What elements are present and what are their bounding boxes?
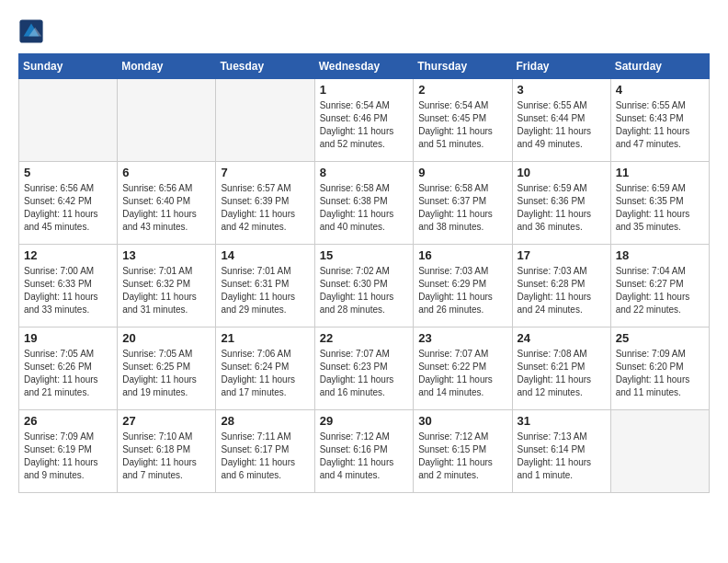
day-cell-23: 23Sunrise: 7:07 AM Sunset: 6:22 PM Dayli… — [414, 327, 512, 410]
day-info: Sunrise: 7:01 AM Sunset: 6:31 PM Dayligh… — [221, 265, 309, 316]
day-info: Sunrise: 7:13 AM Sunset: 6:14 PM Dayligh… — [518, 431, 606, 482]
day-cell-5: 5Sunrise: 6:56 AM Sunset: 6:42 PM Daylig… — [19, 162, 118, 245]
page-header — [18, 18, 710, 44]
day-info: Sunrise: 7:07 AM Sunset: 6:23 PM Dayligh… — [320, 348, 409, 399]
day-info: Sunrise: 7:09 AM Sunset: 6:20 PM Dayligh… — [616, 348, 704, 399]
day-number: 27 — [122, 414, 210, 428]
day-info: Sunrise: 7:05 AM Sunset: 6:26 PM Dayligh… — [24, 348, 112, 399]
day-info: Sunrise: 7:08 AM Sunset: 6:21 PM Dayligh… — [518, 348, 606, 399]
day-cell-13: 13Sunrise: 7:01 AM Sunset: 6:32 PM Dayli… — [118, 245, 216, 327]
day-info: Sunrise: 7:03 AM Sunset: 6:28 PM Dayligh… — [518, 265, 606, 316]
day-info: Sunrise: 6:54 AM Sunset: 6:46 PM Dayligh… — [320, 99, 409, 151]
day-info: Sunrise: 6:55 AM Sunset: 6:43 PM Dayligh… — [616, 99, 704, 151]
week-row-4: 19Sunrise: 7:05 AM Sunset: 6:26 PM Dayli… — [19, 327, 710, 410]
day-info: Sunrise: 6:54 AM Sunset: 6:45 PM Dayligh… — [418, 99, 506, 151]
day-number: 16 — [418, 248, 506, 262]
day-info: Sunrise: 7:00 AM Sunset: 6:33 PM Dayligh… — [24, 265, 112, 316]
day-cell-20: 20Sunrise: 7:05 AM Sunset: 6:25 PM Dayli… — [118, 327, 216, 410]
day-number: 31 — [518, 414, 606, 428]
day-number: 15 — [320, 248, 409, 262]
day-info: Sunrise: 6:58 AM Sunset: 6:38 PM Dayligh… — [320, 182, 409, 234]
day-info: Sunrise: 6:59 AM Sunset: 6:35 PM Dayligh… — [616, 182, 704, 234]
day-number: 14 — [221, 248, 309, 262]
day-cell-29: 29Sunrise: 7:12 AM Sunset: 6:16 PM Dayli… — [314, 410, 414, 493]
empty-cell — [19, 79, 118, 162]
day-cell-6: 6Sunrise: 6:56 AM Sunset: 6:40 PM Daylig… — [118, 162, 216, 245]
weekday-header-monday: Monday — [118, 54, 216, 79]
day-number: 11 — [616, 166, 704, 179]
day-number: 4 — [616, 83, 704, 97]
calendar-table: SundayMondayTuesdayWednesdayThursdayFrid… — [18, 53, 710, 493]
weekday-header-saturday: Saturday — [610, 54, 709, 79]
day-number: 30 — [418, 414, 506, 428]
day-info: Sunrise: 6:59 AM Sunset: 6:36 PM Dayligh… — [518, 182, 606, 234]
day-cell-26: 26Sunrise: 7:09 AM Sunset: 6:19 PM Dayli… — [19, 410, 118, 493]
day-cell-9: 9Sunrise: 6:58 AM Sunset: 6:37 PM Daylig… — [414, 162, 512, 245]
day-number: 20 — [122, 331, 210, 345]
day-cell-21: 21Sunrise: 7:06 AM Sunset: 6:24 PM Dayli… — [216, 327, 314, 410]
empty-cell — [118, 79, 216, 162]
day-cell-28: 28Sunrise: 7:11 AM Sunset: 6:17 PM Dayli… — [216, 410, 314, 493]
empty-cell — [610, 410, 709, 493]
week-row-1: 1Sunrise: 6:54 AM Sunset: 6:46 PM Daylig… — [19, 79, 710, 162]
day-info: Sunrise: 6:56 AM Sunset: 6:42 PM Dayligh… — [24, 182, 112, 234]
day-cell-17: 17Sunrise: 7:03 AM Sunset: 6:28 PM Dayli… — [512, 245, 610, 327]
day-number: 23 — [418, 331, 506, 345]
day-number: 12 — [24, 248, 112, 262]
day-number: 10 — [518, 166, 606, 179]
day-cell-3: 3Sunrise: 6:55 AM Sunset: 6:44 PM Daylig… — [512, 79, 610, 162]
day-cell-2: 2Sunrise: 6:54 AM Sunset: 6:45 PM Daylig… — [414, 79, 512, 162]
day-info: Sunrise: 7:02 AM Sunset: 6:30 PM Dayligh… — [320, 265, 409, 316]
day-cell-11: 11Sunrise: 6:59 AM Sunset: 6:35 PM Dayli… — [610, 162, 709, 245]
day-number: 21 — [221, 331, 309, 345]
day-number: 28 — [221, 414, 309, 428]
day-info: Sunrise: 7:06 AM Sunset: 6:24 PM Dayligh… — [221, 348, 309, 399]
day-cell-22: 22Sunrise: 7:07 AM Sunset: 6:23 PM Dayli… — [314, 327, 414, 410]
day-number: 9 — [418, 166, 506, 179]
day-info: Sunrise: 7:11 AM Sunset: 6:17 PM Dayligh… — [221, 431, 309, 482]
day-info: Sunrise: 7:09 AM Sunset: 6:19 PM Dayligh… — [24, 431, 112, 482]
weekday-header-tuesday: Tuesday — [216, 54, 314, 79]
day-info: Sunrise: 6:58 AM Sunset: 6:37 PM Dayligh… — [418, 182, 506, 234]
week-row-2: 5Sunrise: 6:56 AM Sunset: 6:42 PM Daylig… — [19, 162, 710, 245]
week-row-3: 12Sunrise: 7:00 AM Sunset: 6:33 PM Dayli… — [19, 245, 710, 327]
weekday-header-wednesday: Wednesday — [314, 54, 414, 79]
day-number: 24 — [518, 331, 606, 345]
day-cell-25: 25Sunrise: 7:09 AM Sunset: 6:20 PM Dayli… — [610, 327, 709, 410]
weekday-header-row: SundayMondayTuesdayWednesdayThursdayFrid… — [19, 54, 710, 79]
day-cell-8: 8Sunrise: 6:58 AM Sunset: 6:38 PM Daylig… — [314, 162, 414, 245]
day-number: 1 — [320, 83, 409, 97]
day-number: 29 — [320, 414, 409, 428]
day-info: Sunrise: 6:57 AM Sunset: 6:39 PM Dayligh… — [221, 182, 309, 234]
day-number: 22 — [320, 331, 409, 345]
day-number: 18 — [616, 248, 704, 262]
day-cell-27: 27Sunrise: 7:10 AM Sunset: 6:18 PM Dayli… — [118, 410, 216, 493]
day-number: 5 — [24, 166, 112, 179]
day-number: 7 — [221, 166, 309, 179]
weekday-header-thursday: Thursday — [414, 54, 512, 79]
day-cell-30: 30Sunrise: 7:12 AM Sunset: 6:15 PM Dayli… — [414, 410, 512, 493]
day-cell-24: 24Sunrise: 7:08 AM Sunset: 6:21 PM Dayli… — [512, 327, 610, 410]
day-number: 6 — [122, 166, 210, 179]
day-cell-19: 19Sunrise: 7:05 AM Sunset: 6:26 PM Dayli… — [19, 327, 118, 410]
day-cell-7: 7Sunrise: 6:57 AM Sunset: 6:39 PM Daylig… — [216, 162, 314, 245]
day-info: Sunrise: 6:56 AM Sunset: 6:40 PM Dayligh… — [122, 182, 210, 234]
empty-cell — [216, 79, 314, 162]
day-cell-1: 1Sunrise: 6:54 AM Sunset: 6:46 PM Daylig… — [314, 79, 414, 162]
day-cell-18: 18Sunrise: 7:04 AM Sunset: 6:27 PM Dayli… — [610, 245, 709, 327]
day-number: 17 — [518, 248, 606, 262]
day-cell-16: 16Sunrise: 7:03 AM Sunset: 6:29 PM Dayli… — [414, 245, 512, 327]
day-cell-15: 15Sunrise: 7:02 AM Sunset: 6:30 PM Dayli… — [314, 245, 414, 327]
day-info: Sunrise: 7:01 AM Sunset: 6:32 PM Dayligh… — [122, 265, 210, 316]
day-number: 2 — [418, 83, 506, 97]
day-cell-12: 12Sunrise: 7:00 AM Sunset: 6:33 PM Dayli… — [19, 245, 118, 327]
day-info: Sunrise: 7:03 AM Sunset: 6:29 PM Dayligh… — [418, 265, 506, 316]
day-number: 3 — [518, 83, 606, 97]
day-cell-10: 10Sunrise: 6:59 AM Sunset: 6:36 PM Dayli… — [512, 162, 610, 245]
day-info: Sunrise: 7:05 AM Sunset: 6:25 PM Dayligh… — [122, 348, 210, 399]
day-number: 13 — [122, 248, 210, 262]
day-info: Sunrise: 7:07 AM Sunset: 6:22 PM Dayligh… — [418, 348, 506, 399]
day-info: Sunrise: 7:04 AM Sunset: 6:27 PM Dayligh… — [616, 265, 704, 316]
day-number: 19 — [24, 331, 112, 345]
day-info: Sunrise: 7:10 AM Sunset: 6:18 PM Dayligh… — [122, 431, 210, 482]
